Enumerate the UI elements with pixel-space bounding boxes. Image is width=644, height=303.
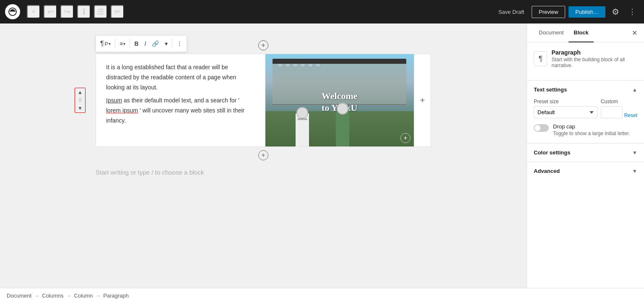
toolbar-sep-2	[130, 39, 130, 49]
preset-col: Preset size Default Small Medium Large E…	[534, 99, 597, 118]
top-bar-right: Save Draft Preview Publish… ⚙ ⋮	[494, 5, 639, 18]
info-button[interactable]: ℹ	[77, 5, 91, 18]
move-down-button[interactable]: ▼	[75, 104, 85, 112]
sidebar-tabs: Document Block ✕	[527, 24, 644, 42]
preset-size-select[interactable]: Default Small Medium Large Extra Large	[534, 106, 597, 118]
italic-button[interactable]: I	[142, 37, 149, 50]
paragraph-content: It is a long established fact that a rea…	[106, 63, 255, 126]
block-type-desc: Start with the building block of all nar…	[551, 57, 637, 68]
columns-block-wrapper: ¶ P ▾ ≡ ▾ B I 🔗 ▾ ⋮	[96, 54, 431, 147]
drop-cap-toggle-control[interactable]	[534, 124, 549, 132]
block-toolbar: ¶ P ▾ ≡ ▾ B I 🔗 ▾ ⋮	[96, 35, 187, 52]
column-right[interactable]: Welcome to YorkU adidas	[265, 54, 414, 146]
wp-logo[interactable]: W	[5, 4, 20, 19]
add-block-button[interactable]: +	[27, 5, 40, 18]
ipsum-text: Ipsum	[106, 97, 122, 104]
preview-button[interactable]: Preview	[532, 6, 565, 18]
breadcrumb-columns[interactable]: Columns	[42, 293, 63, 299]
breadcrumb-document[interactable]: Document	[7, 293, 31, 299]
top-bar: W + ↩ ↪ ℹ ☰ ✏ Save Draft Preview Publish…	[0, 0, 644, 24]
more-rich-button[interactable]: ▾	[162, 37, 170, 50]
breadcrumb-sep-3: →	[95, 293, 101, 299]
reset-button[interactable]: Reset	[624, 112, 637, 118]
blocks-container: + ¶ P ▾ ≡ ▾ B	[96, 40, 431, 181]
settings-button[interactable]: ⚙	[609, 5, 622, 18]
tab-document[interactable]: Document	[534, 24, 569, 42]
color-settings-label: Color settings	[534, 149, 570, 156]
person-right	[332, 109, 353, 146]
drop-cap-info: Drop cap Toggle to show a large initial …	[553, 123, 630, 136]
main-area: + ¶ P ▾ ≡ ▾ B	[0, 24, 644, 288]
svg-text:W: W	[11, 10, 14, 14]
breadcrumb-column[interactable]: Column	[74, 293, 93, 299]
align-icon: ≡	[119, 40, 123, 47]
toolbar-sep-3	[172, 39, 172, 49]
paragraph-toolbar-icon: ¶	[100, 40, 104, 47]
column-left[interactable]: It is a long established fact that a rea…	[96, 54, 265, 146]
more-options-button[interactable]: ⋮	[626, 5, 639, 18]
advanced-section-header[interactable]: Advanced ▼	[527, 162, 644, 180]
custom-label: Custom	[601, 99, 623, 104]
advanced-label: Advanced	[534, 168, 560, 174]
align-button[interactable]: ≡ ▾	[117, 37, 128, 50]
block-type-header: ¶ Paragraph Start with the building bloc…	[534, 49, 637, 68]
sidebar: Document Block ✕ ¶ Paragraph Start with …	[527, 24, 644, 288]
top-bar-left: W + ↩ ↪ ℹ ☰ ✏	[5, 4, 124, 19]
block-type-name: Paragraph	[551, 49, 637, 56]
bold-button[interactable]: B	[132, 37, 141, 50]
toolbar-sep-1	[115, 39, 115, 49]
text-settings-toggle-icon: ▲	[632, 87, 637, 93]
add-column-button[interactable]: +	[414, 54, 431, 146]
drop-cap-desc: Toggle to show a large initial letter.	[553, 131, 630, 136]
paragraph-text-2: Ipsum as their default model text, and a…	[106, 96, 255, 125]
edit-mode-button[interactable]: ✏	[111, 5, 124, 18]
start-writing-block[interactable]: Start writing or type / to choose a bloc…	[96, 164, 431, 181]
sidebar-tabs-left: Document Block	[534, 24, 594, 42]
color-settings-section-header[interactable]: Color settings ▼	[527, 143, 644, 162]
editor-area: + ¶ P ▾ ≡ ▾ B	[0, 24, 527, 288]
text-settings-body: Preset size Default Small Medium Large E…	[527, 99, 644, 143]
breadcrumb-sep-2: →	[66, 293, 72, 299]
breadcrumb-sep-1: →	[34, 293, 39, 299]
block-mover: ▲ ⠿ ▼	[75, 88, 86, 113]
move-up-button[interactable]: ▲	[75, 88, 85, 97]
save-draft-button[interactable]: Save Draft	[494, 6, 528, 18]
color-settings-toggle-icon: ▼	[632, 150, 637, 156]
text-settings-section-header[interactable]: Text settings ▲	[527, 81, 644, 99]
image-scene: Welcome to YorkU adidas	[265, 54, 414, 146]
add-block-below-button[interactable]: +	[258, 150, 268, 160]
lorem-ipsum-text: lorem ipsum	[106, 107, 138, 114]
link-button[interactable]: 🔗	[149, 37, 161, 50]
add-block-top-button[interactable]: +	[258, 40, 268, 50]
paragraph-toolbar-label: P	[105, 41, 109, 47]
person-left: adidas	[292, 113, 313, 146]
breadcrumb-paragraph[interactable]: Paragraph	[103, 293, 129, 299]
block-type-info: Paragraph Start with the building block …	[551, 49, 637, 68]
block-type-button[interactable]: ¶ P ▾	[98, 37, 113, 50]
drop-cap-toggle[interactable]	[534, 124, 549, 133]
paragraph-text-1: It is a long established fact that a rea…	[106, 63, 255, 92]
advanced-toggle-icon: ▼	[632, 168, 637, 174]
custom-col: Custom Reset	[601, 99, 637, 118]
redo-button[interactable]: ↪	[60, 5, 74, 18]
list-view-button[interactable]: ☰	[94, 5, 107, 18]
publish-button[interactable]: Publish…	[569, 6, 605, 18]
tab-block[interactable]: Block	[569, 24, 593, 42]
drag-handle[interactable]: ⠿	[78, 97, 83, 104]
sidebar-close-button[interactable]: ✕	[632, 29, 637, 37]
breadcrumb: Document → Columns → Column → Paragraph	[0, 288, 644, 303]
preset-custom-row: Preset size Default Small Medium Large E…	[534, 99, 637, 118]
paragraph-dropdown-icon: ▾	[109, 42, 111, 46]
drop-cap-label: Drop cap	[553, 123, 630, 130]
add-below-row: +	[96, 150, 431, 160]
toggle-knob	[535, 125, 540, 131]
undo-button[interactable]: ↩	[44, 5, 57, 18]
custom-size-input[interactable]	[601, 106, 623, 118]
text-settings-label: Text settings	[534, 86, 567, 93]
align-dropdown-icon: ▾	[123, 42, 125, 46]
block-type-icon: ¶	[534, 51, 547, 66]
preset-size-label: Preset size	[534, 99, 597, 104]
block-more-button[interactable]: ⋮	[174, 37, 185, 50]
drop-cap-row: Drop cap Toggle to show a large initial …	[534, 123, 637, 136]
add-image-button[interactable]: +	[400, 133, 410, 143]
